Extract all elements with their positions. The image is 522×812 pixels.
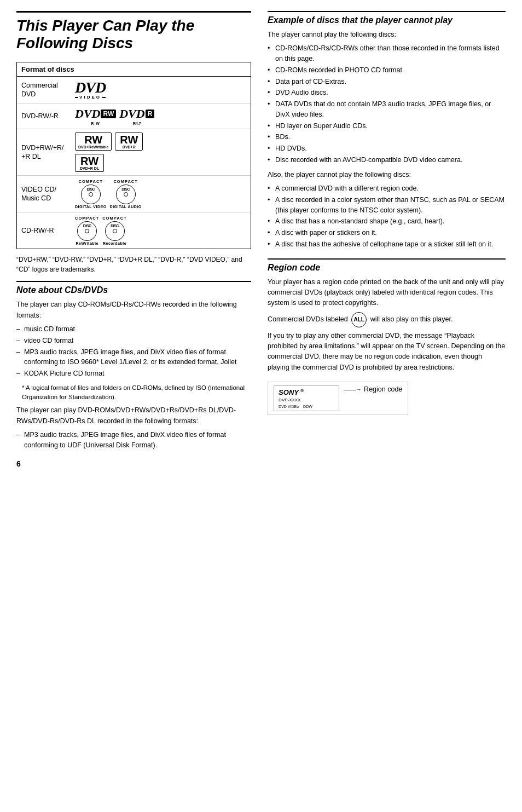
vcd-logo: COMPACT DISC DIGITAL VIDEO xyxy=(75,179,107,209)
music-cd-compact-text: COMPACT xyxy=(113,179,137,184)
region-code-text2-before: Commercial DVDs labeled xyxy=(268,315,348,323)
dvd-format-item-0: MP3 audio tracks, JPEG image files, and … xyxy=(16,430,251,451)
asterisk-note: * A logical format of files and folders … xyxy=(16,383,251,402)
music-cd-logo: COMPACT DISC DIGITAL AUDIO xyxy=(110,179,142,209)
dvd-rw-top: DVD RW xyxy=(75,107,116,121)
dvdplus-r-main-text: RW xyxy=(120,134,138,145)
dvd-rw-badge: RW xyxy=(101,110,116,118)
also-item-2: A disc that has a non-standard shape (e.… xyxy=(268,216,506,227)
cannot-play-item-2: Data part of CD-Extras. xyxy=(268,77,506,87)
music-cd-disc: DISC xyxy=(116,185,136,204)
cannot-play-item-3: DVD Audio discs. xyxy=(268,88,506,98)
music-cd-bottom-label: DIGITAL AUDIO xyxy=(110,205,142,209)
region-code-section: Region code Your player has a region cod… xyxy=(268,258,506,416)
region-code-indicator-label: Region code xyxy=(364,385,402,393)
dvd-r-dvd-part: DVD xyxy=(119,107,144,121)
also-item-1: A disc recorded in a color system other … xyxy=(268,195,506,216)
device-brand: SONY ® xyxy=(279,388,334,396)
cannot-play-item-0: CD-ROMs/CD-Rs/CD-RWs other than those re… xyxy=(268,43,506,64)
music-cd-disc-hole xyxy=(124,192,128,197)
cd-rewritable-logo: COMPACT DISC ReWritable xyxy=(75,216,99,245)
format-row-dvd-rw-r: DVD-RW/-R DVD RW R W DVD R xyxy=(17,103,251,129)
device-model-text: DVP-XXXX xyxy=(279,398,300,402)
cd-r-compact-text: COMPACT xyxy=(102,216,126,221)
cd-r-bottom-label: Recordable xyxy=(103,241,126,245)
dvd-r-label: R4.7 xyxy=(133,122,141,125)
cd-r-disc-label: DISC xyxy=(111,224,119,228)
format-label-commercial-dvd: Commercial DVD xyxy=(21,81,71,99)
format-row-cdrw: CD-RW/-R COMPACT DISC ReWritable COMPACT xyxy=(17,212,251,249)
cd-rw-disc-label: DISC xyxy=(83,224,91,228)
format-label-cdrw: CD-RW/-R xyxy=(21,226,71,235)
cannot-play-item-8: Disc recorded with an AVCHD-compatible D… xyxy=(268,155,506,165)
also-item-0: A commercial DVD with a different region… xyxy=(268,183,506,194)
vcd-disc-hole xyxy=(89,192,93,197)
device-dvd-row: DVD VIDEo DDW xyxy=(279,405,334,408)
cannot-play-item-7: HD DVDs. xyxy=(268,143,506,154)
trademark-note: “DVD+RW,” “DVD-RW,” “DVD+R,” “DVD+R DL,”… xyxy=(16,255,251,274)
note-cds-dvds-section: Note about CDs/DVDs The player can play … xyxy=(16,281,251,450)
device-dvd-label: DDW xyxy=(303,405,312,408)
dvdplus-logos: RW DVD+ReWritable RW DVD+R RW DVD+R DL xyxy=(75,133,143,172)
cd-rw-bottom-label: ReWritable xyxy=(76,241,98,245)
arrow-symbol: ——→ xyxy=(344,386,362,393)
dvd-video-logo: DVD VIDEO xyxy=(75,80,106,100)
cd-recordable-logo: COMPACT DISC Recordable xyxy=(102,216,126,245)
cannot-play-intro: The player cannot play the following dis… xyxy=(268,30,506,40)
cdrw-logos: COMPACT DISC ReWritable COMPACT DISC xyxy=(75,216,127,245)
dvdplus-r-sub-text: DVD+R xyxy=(123,145,136,149)
region-code-text1: Your player has a region code printed on… xyxy=(268,277,506,309)
format-row-dvdplus: DVD+RW/+R/+R DL RW DVD+ReWritable RW DVD… xyxy=(17,129,251,176)
region-code-all-text: Commercial DVDs labeled ALL will also pl… xyxy=(268,312,506,327)
dvd-video-dvd-text: DVD xyxy=(75,80,106,95)
cd-rw-disc-hole xyxy=(85,229,89,233)
format-label-vcd: VIDEO CD/Music CD xyxy=(21,185,71,203)
cd-rw-disc: DISC xyxy=(77,221,97,241)
note-format-item-1: video CD format xyxy=(16,336,251,346)
cannot-play-item-1: CD-ROMs recorded in PHOTO CD format. xyxy=(268,65,506,76)
dvdplus-rw-main-text: RW xyxy=(84,134,102,145)
format-label-dvdplus: DVD+RW/+R/+R DL xyxy=(21,143,71,162)
cannot-play-title: Example of discs that the player cannot … xyxy=(268,11,506,25)
device-dvd-text: DVD VIDEo xyxy=(279,405,299,408)
vcd-logos: COMPACT DISC DIGITAL VIDEO COMPACT DISC xyxy=(75,179,142,209)
dvd-video-logo-container: DVD VIDEO xyxy=(75,80,106,100)
dvd-r-badge: R xyxy=(146,110,155,118)
all-badge: ALL xyxy=(351,312,367,327)
cd-rw-compact-text: COMPACT xyxy=(75,216,99,221)
page-layout: This Player Can Play the Following Discs… xyxy=(16,11,506,468)
dvd-formats-list: MP3 audio tracks, JPEG image files, and … xyxy=(16,430,251,451)
note-format-item-0: music CD format xyxy=(16,324,251,335)
format-row-vcd: VIDEO CD/Music CD COMPACT DISC DIGITAL V… xyxy=(17,176,251,212)
dvdplus-rdl-logo: RW DVD+R DL xyxy=(75,154,104,172)
also-cannot-play-list: A commercial DVD with a different region… xyxy=(268,183,506,250)
device-image: SONY ® DVP-XXXX DVD VIDEo DDW ——→ Region… xyxy=(268,382,408,415)
format-table-header: Format of discs xyxy=(17,62,251,77)
note-cds-dvds-formats-list: music CD format video CD format MP3 audi… xyxy=(16,324,251,379)
region-code-text3: If you try to play any other commercial … xyxy=(268,331,506,373)
music-cd-disc-label: DISC xyxy=(121,187,130,191)
dvd-video-line-left xyxy=(75,97,78,98)
vcd-disc-label: DISC xyxy=(86,187,95,191)
note-format-item-2: MP3 audio tracks, JPEG image files, and … xyxy=(16,347,251,368)
dvdplus-top-row: RW DVD+ReWritable RW DVD+R xyxy=(75,133,143,151)
dvd-rw-r-logos: DVD RW R W DVD R R4.7 xyxy=(75,107,154,125)
dvdplus-rdl-sub-text: DVD+R DL xyxy=(80,166,99,170)
right-column: Example of discs that the player cannot … xyxy=(268,11,506,468)
dvd-rw-dvd-part: DVD xyxy=(75,107,100,121)
dvd-r-top: DVD R xyxy=(119,107,154,121)
note-cds-dvds-title: Note about CDs/DVDs xyxy=(16,281,251,295)
device-registered-mark: ® xyxy=(300,388,304,393)
dvd-rw-logo: DVD RW R W xyxy=(75,107,116,125)
cannot-play-item-4: DATA DVDs that do not contain MP3 audio … xyxy=(268,99,506,120)
dvd-video-bar: VIDEO xyxy=(75,95,106,100)
dvd-intro: The player can play DVD-ROMs/DVD+RWs/DVD… xyxy=(16,405,251,427)
device-brand-text: SONY xyxy=(279,388,299,396)
dvd-rw-label: R W xyxy=(91,122,100,125)
note-cds-dvds-intro: The player can play CD-ROMs/CD-Rs/CD-RWs… xyxy=(16,300,251,321)
vcd-compact-text: COMPACT xyxy=(79,179,103,184)
dvd-r-logo: DVD R R4.7 xyxy=(119,107,154,125)
dvdplus-rdl-main-text: RW xyxy=(80,156,98,166)
cd-r-disc-hole xyxy=(113,229,117,233)
dvd-video-text: VIDEO xyxy=(79,95,101,100)
